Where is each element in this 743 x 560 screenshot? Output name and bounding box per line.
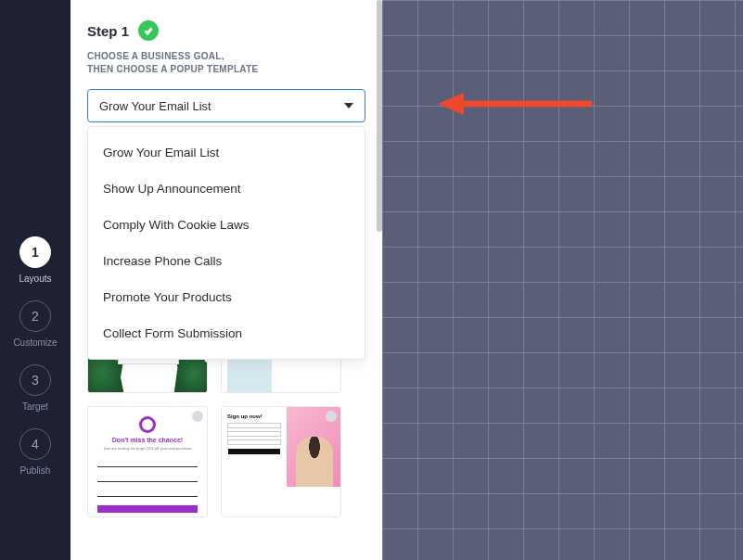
left-nav: 1 Layouts 2 Customize 3 Target 4 Publish: [0, 0, 70, 560]
step-subtitle: CHOOSE A BUSINESS GOAL, THEN CHOOSE A PO…: [87, 50, 365, 76]
close-icon: [192, 411, 203, 422]
nav-step-layouts[interactable]: 1 Layouts: [19, 236, 51, 284]
grid-line: [558, 0, 559, 560]
goal-option-form[interactable]: Collect Form Submission: [88, 315, 365, 351]
template-preview-form: Sign up now!: [227, 413, 281, 455]
goal-select[interactable]: Grow Your Email List: [87, 89, 365, 122]
template-card-signup[interactable]: Sign up now!: [221, 406, 341, 517]
settings-panel: Step 1 CHOOSE A BUSINESS GOAL, THEN CHOO…: [70, 0, 382, 560]
step-header: Step 1: [87, 20, 365, 41]
grid-line: [382, 35, 743, 36]
grid-line: [382, 493, 743, 494]
nav-step-label: Customize: [13, 337, 57, 348]
template-card-purple[interactable]: Don't miss the chance! Join our mailing …: [87, 406, 208, 517]
template-title: Don't miss the chance!: [88, 437, 207, 443]
step-title: Step 1: [87, 23, 129, 39]
template-grid: Don't miss the chance! Join our mailing …: [87, 350, 365, 517]
goal-option-grow-email[interactable]: Grow Your Email List: [88, 134, 365, 171]
grid-line: [382, 141, 743, 142]
template-subtitle: Join our mailing list to get 15% off you…: [97, 446, 198, 451]
nav-step-number: 1: [19, 236, 51, 268]
grid-line: [523, 0, 524, 560]
nav-step-target[interactable]: 3 Target: [19, 364, 51, 412]
nav-step-number: 2: [19, 300, 51, 332]
grid-line: [699, 0, 700, 560]
goal-option-promote[interactable]: Promote Your Products: [88, 279, 365, 315]
nav-step-number: 3: [19, 364, 51, 396]
grid-line: [453, 0, 454, 560]
grid-line: [629, 0, 630, 560]
grid-line: [735, 0, 736, 560]
check-icon: [138, 20, 159, 41]
grid-line: [382, 388, 743, 388]
grid-line: [664, 0, 665, 560]
nav-step-publish[interactable]: 4 Publish: [19, 428, 51, 476]
logo-icon: [139, 416, 156, 433]
grid-line: [382, 528, 743, 529]
panel-content: Step 1 CHOOSE A BUSINESS GOAL, THEN CHOO…: [70, 20, 382, 122]
grid-line: [382, 0, 743, 1]
grid-line: [382, 458, 743, 459]
goal-option-cookie[interactable]: Comply With Cookie Laws: [88, 207, 365, 243]
template-title: Sign up now!: [227, 413, 281, 420]
close-icon: [326, 411, 337, 422]
nav-step-customize[interactable]: 2 Customize: [13, 300, 57, 348]
caret-down-icon: [344, 103, 353, 108]
nav-step-label: Target: [22, 401, 48, 412]
grid-line: [382, 0, 383, 560]
nav-step-label: Layouts: [19, 274, 51, 284]
goal-select-value: Grow Your Email List: [99, 99, 211, 113]
goal-option-phone[interactable]: Increase Phone Calls: [88, 243, 365, 279]
goal-dropdown: Grow Your Email List Show Up Announcemen…: [87, 126, 365, 360]
grid-line: [417, 0, 418, 560]
grid-line: [382, 176, 743, 177]
grid-line: [382, 423, 743, 424]
nav-step-number: 4: [19, 428, 51, 460]
grid-line: [382, 70, 743, 71]
subtitle-line2: THEN CHOOSE A POPUP TEMPLATE: [87, 64, 259, 74]
nav-step-label: Publish: [20, 465, 51, 476]
grid-line: [382, 317, 743, 318]
grid-line: [382, 352, 743, 353]
grid-line: [382, 211, 743, 212]
grid-line: [488, 0, 489, 560]
grid-line: [382, 106, 743, 107]
grid-line: [382, 247, 743, 248]
preview-canvas[interactable]: // grid lines will be appended after dat…: [382, 0, 743, 560]
grid-line: [594, 0, 595, 560]
goal-option-announcement[interactable]: Show Up Announcement: [88, 171, 365, 207]
goal-select-wrapper: Grow Your Email List Grow Your Email Lis…: [87, 89, 365, 122]
subtitle-line1: CHOOSE A BUSINESS GOAL,: [87, 51, 224, 61]
grid-line: [382, 282, 743, 283]
